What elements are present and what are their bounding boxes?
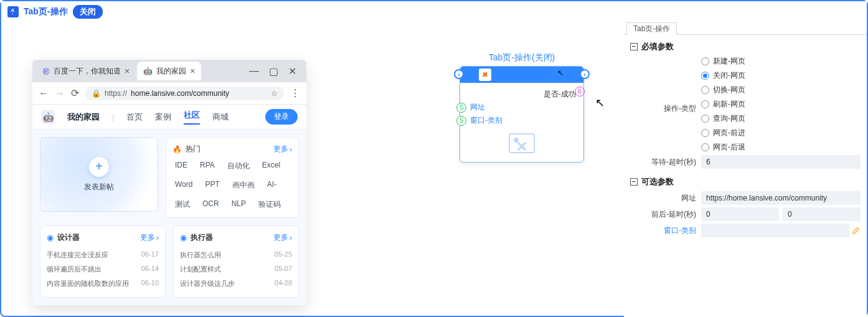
- fire-icon: 🔥: [172, 145, 182, 154]
- required-section[interactable]: − 必填参数: [630, 41, 861, 52]
- list-item[interactable]: 手机连接完全没反应06-17: [47, 248, 159, 262]
- new-post-label: 发表新帖: [84, 182, 114, 192]
- browser-tabs: ㊖ 百度一下，你就知道 × 🤖 我的家园 × — ▢ ✕: [32, 60, 306, 82]
- new-post-card[interactable]: + 发表新帖: [40, 137, 158, 212]
- section-title: 可选参数: [641, 176, 674, 187]
- status-pill: 关闭: [73, 5, 103, 19]
- browser-tab[interactable]: ㊖ 百度一下，你就知道 ×: [36, 62, 136, 80]
- chevron-right-icon: ›: [290, 145, 292, 154]
- input-window[interactable]: S窗口-类别: [470, 115, 576, 126]
- radio-forward-page[interactable]: 网页-前进: [701, 128, 745, 138]
- tag[interactable]: Word: [175, 180, 192, 191]
- tag[interactable]: AI-: [267, 180, 276, 191]
- list-item[interactable]: 内容里面的随机取数的应用06-10: [47, 277, 159, 291]
- collapse-icon[interactable]: −: [630, 178, 638, 186]
- nav-community[interactable]: 社区: [184, 110, 200, 125]
- tab-label: 我的家园: [156, 66, 186, 77]
- mouse-cursor-icon: ↖: [595, 96, 605, 110]
- canvas[interactable]: ㊖ 百度一下，你就知道 × 🤖 我的家园 × — ▢ ✕: [1, 22, 624, 317]
- tag[interactable]: Excel: [262, 161, 280, 171]
- workflow-node[interactable]: › ✖ ↖ › 是否-成功 b S网址 S窗口-类别: [460, 66, 584, 163]
- url-label: 网址: [630, 193, 701, 204]
- op-type-label: 操作-类型: [630, 56, 701, 114]
- string-badge-icon: S: [456, 103, 466, 113]
- card-title: 设计器: [57, 232, 80, 243]
- tab-label: 百度一下，你就知道: [54, 66, 121, 77]
- back-icon[interactable]: ←: [39, 88, 49, 99]
- reload-icon[interactable]: ⟳: [71, 87, 79, 99]
- nav-cases[interactable]: 案例: [155, 111, 171, 123]
- tag-list: IDE RPA 自动化 Excel Word PPT 画中画 AI- 测试 OC…: [172, 159, 292, 211]
- more-link[interactable]: 更多›: [273, 232, 292, 243]
- url-text: home.lansive.com/community: [131, 89, 229, 98]
- star-icon[interactable]: ☆: [271, 89, 278, 98]
- forward-icon[interactable]: →: [55, 88, 65, 99]
- node-port-out[interactable]: ›: [580, 69, 590, 79]
- node-port-in[interactable]: ›: [454, 69, 464, 79]
- tag[interactable]: 自动化: [227, 161, 250, 171]
- tag[interactable]: 画中画: [232, 180, 255, 191]
- close-icon[interactable]: ✕: [288, 65, 296, 77]
- tag[interactable]: IDE: [175, 161, 187, 171]
- window-type-input[interactable]: [701, 224, 849, 237]
- tools-icon: ✖: [479, 69, 491, 81]
- window-type-link[interactable]: 窗口-类别: [664, 226, 696, 235]
- tag[interactable]: PPT: [205, 180, 219, 191]
- timeout-label: 等待-超时(秒): [630, 157, 701, 168]
- list-item[interactable]: 循环遍历后不跳出06-14: [47, 262, 159, 277]
- close-icon[interactable]: ×: [125, 66, 130, 76]
- section-title: 必填参数: [641, 41, 674, 52]
- nav-mall[interactable]: 商城: [212, 111, 229, 123]
- timeout-input[interactable]: [701, 155, 861, 169]
- plus-icon: +: [89, 157, 109, 177]
- radio-back-page[interactable]: 网页-后退: [701, 142, 745, 153]
- panel-tab[interactable]: Tab页-操作: [626, 22, 677, 35]
- browser-tab[interactable]: 🤖 我的家园 ×: [137, 62, 201, 80]
- tag[interactable]: RPA: [200, 161, 215, 171]
- radio-query-page[interactable]: 查询-网页: [701, 113, 745, 124]
- radio-switch-page[interactable]: 切换-网页: [701, 85, 745, 95]
- radio-refresh-page[interactable]: 刷新-网页: [701, 99, 745, 110]
- login-button[interactable]: 登录: [265, 109, 298, 125]
- collapse-icon[interactable]: −: [630, 43, 638, 50]
- nav-home[interactable]: 首页: [126, 111, 143, 123]
- delay-label: 前后-延时(秒): [630, 209, 701, 220]
- address-bar[interactable]: 🔒 https://home.lansive.com/community ☆: [85, 87, 284, 100]
- minimize-icon[interactable]: —: [249, 65, 259, 77]
- tag[interactable]: NLP: [232, 199, 246, 210]
- menu-icon[interactable]: ⋮: [290, 87, 300, 99]
- optional-section[interactable]: − 可选参数: [630, 176, 861, 187]
- site-name: 我的家园: [67, 111, 100, 123]
- delay-after-input[interactable]: [783, 207, 861, 221]
- edit-icon[interactable]: [852, 226, 861, 235]
- image-placeholder-icon: [509, 133, 535, 153]
- list-item[interactable]: 执行器怎么用05-25: [180, 248, 292, 262]
- list-item[interactable]: 设计器升级这几步04-28: [180, 277, 292, 291]
- list-item[interactable]: 计划配置样式05-07: [180, 262, 292, 277]
- string-badge-icon: S: [456, 116, 466, 126]
- delay-before-input[interactable]: [701, 207, 779, 221]
- bool-badge-icon: b: [575, 87, 585, 97]
- tag[interactable]: OCR: [202, 199, 219, 210]
- tag[interactable]: 验证码: [258, 199, 281, 210]
- designer-card: ◉ 设计器 更多› 手机连接完全没反应06-17 循环遍历后不跳出06-14 内…: [40, 225, 166, 298]
- site-logo-icon: 🤖: [41, 110, 55, 124]
- properties-panel: Tab页-操作 − 必填参数 操作-类型 新建-网页 关闭-网页 切换-网页: [624, 22, 867, 317]
- chevron-right-icon: ›: [290, 234, 292, 242]
- chevron-right-icon: ›: [156, 234, 159, 242]
- close-icon[interactable]: ×: [190, 66, 195, 76]
- radio-close-page[interactable]: 关闭-网页: [701, 70, 745, 81]
- url-input[interactable]: [701, 191, 861, 205]
- radio-new-page[interactable]: 新建-网页: [701, 56, 745, 67]
- tag[interactable]: 测试: [175, 199, 190, 210]
- output-label: 是否-成功: [468, 89, 576, 100]
- input-url[interactable]: S网址: [470, 102, 576, 113]
- designer-icon: ◉: [47, 233, 54, 242]
- more-link[interactable]: 更多›: [140, 232, 159, 243]
- maximize-icon[interactable]: ▢: [269, 65, 278, 77]
- more-link[interactable]: 更多›: [273, 144, 292, 154]
- node-title: Tab页-操作(关闭): [460, 52, 584, 64]
- lock-icon: 🔒: [92, 89, 101, 98]
- browser-window: ㊖ 百度一下，你就知道 × 🤖 我的家园 × — ▢ ✕: [32, 60, 306, 305]
- op-type-radios: 新建-网页 关闭-网页 切换-网页 刷新-网页 查询-网页 网页-前进 网页-后…: [701, 56, 745, 153]
